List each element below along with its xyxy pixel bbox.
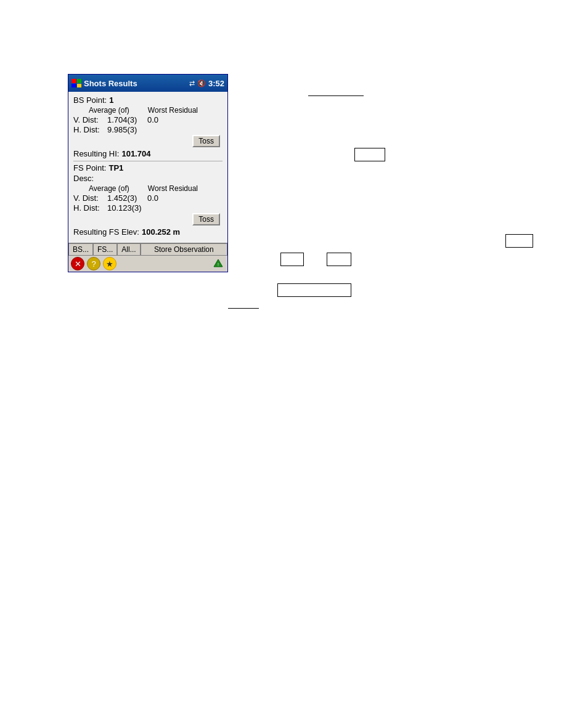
float-box-1 [354,148,385,161]
title-bar-controls: ⇄ 🔇 3:52 [189,79,224,88]
bs-point-row: BS Point: 1 [73,95,223,105]
bs-toss-row: Toss [73,135,223,147]
fs-toss-row: Toss [73,213,223,225]
fs-h-dist-label: H. Dist: [73,203,107,213]
tab-fs-button[interactable]: FS... [93,243,117,256]
float-box-4 [327,253,351,266]
shots-results-dialog: Shots Results ⇄ 🔇 3:52 BS Point: 1 Avera… [68,74,228,272]
bs-v-dist-row: V. Dist: 1.704(3) 0.0 [73,115,223,124]
windows-logo-icon [71,79,81,87]
float-box-2 [505,234,533,248]
bottom-tabs: BS... FS... All... Store Observation [68,243,227,256]
resulting-hi-value: 101.704 [121,149,150,158]
help-toolbar-button[interactable]: ? [87,257,100,270]
map-icon: ! [213,258,224,269]
fs-v-dist-row: V. Dist: 1.452(3) 0.0 [73,193,223,203]
resulting-fs-label: Resulting FS Elev: [73,227,139,237]
tab-bs-button[interactable]: BS... [68,243,93,256]
section-divider [73,161,223,161]
fs-avg-header: Average (of) [89,184,129,193]
fs-table-header: Average (of) Worst Residual [73,184,223,193]
worst-header: Worst Residual [148,106,198,115]
bs-v-dist-value: 1.704(3) [107,115,147,124]
toolbar-end: ! [211,257,225,270]
dialog-body: BS Point: 1 Average (of) Worst Residual … [68,92,227,243]
bs-point-label: BS Point: [73,95,107,105]
sync-icon: ⇄ [189,79,195,87]
store-observation-button[interactable]: Store Observation [141,243,227,256]
fs-v-dist-value: 1.452(3) [107,193,147,203]
fs-point-value: TP1 [108,163,123,172]
bs-h-dist-label: H. Dist: [73,125,107,134]
desc-row: Desc: [73,174,223,183]
bs-h-dist-row: H. Dist: 9.985(3) [73,125,223,134]
resulting-fs-row: Resulting FS Elev: 100.252 m [73,227,223,237]
bs-point-value: 1 [109,95,113,105]
star-icon: ★ [106,259,113,269]
svg-text:!: ! [218,262,219,267]
fs-toss-button[interactable]: Toss [192,213,220,225]
tab-all-button[interactable]: All... [117,243,140,256]
float-box-3 [280,253,304,266]
resulting-fs-value: 100.252 m [142,227,180,237]
float-box-5 [277,283,351,297]
fs-point-row: FS Point: TP1 [73,163,223,172]
resulting-hi-label: Resulting HI: [73,149,119,158]
fs-v-dist-label: V. Dist: [73,193,107,203]
bs-v-dist-label: V. Dist: [73,115,107,124]
fs-h-dist-value: 10.123(3) [107,203,147,213]
close-icon: ✕ [75,259,81,269]
bs-table-header: Average (of) Worst Residual [73,106,223,115]
title-bar: Shots Results ⇄ 🔇 3:52 [68,75,227,92]
close-toolbar-button[interactable]: ✕ [71,257,84,270]
toolbar: ✕ ? ★ ! [68,256,227,272]
fs-h-dist-row: H. Dist: 10.123(3) [73,203,223,213]
avg-header: Average (of) [89,106,129,115]
dialog-title: Shots Results [84,79,187,88]
star-toolbar-button[interactable]: ★ [103,257,116,270]
desc-label: Desc: [73,174,94,183]
sound-icon: 🔇 [197,79,206,87]
bs-toss-button[interactable]: Toss [192,135,220,147]
bs-h-dist-value: 9.985(3) [107,125,147,134]
bs-v-dist-worst: 0.0 [147,115,178,124]
fs-worst-header: Worst Residual [148,184,198,193]
float-line-1 [308,95,364,96]
resulting-hi-row: Resulting HI: 101.704 [73,149,223,158]
fs-point-label: FS Point: [73,163,106,172]
help-icon: ? [91,259,96,269]
time-display: 3:52 [208,79,224,88]
float-line-2 [228,308,259,309]
fs-v-dist-worst: 0.0 [147,193,178,203]
